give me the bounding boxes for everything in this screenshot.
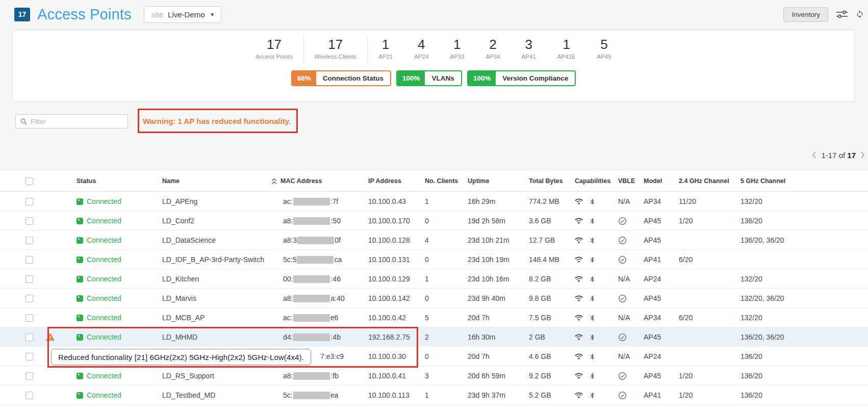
- vble-cell: N/A: [618, 347, 641, 366]
- uptime: 16h 30m: [468, 327, 525, 347]
- status-cell: Connected: [76, 211, 121, 230]
- column-header-ip[interactable]: IP Address: [368, 170, 422, 192]
- row-checkbox[interactable]: [25, 256, 33, 264]
- vble-na: N/A: [618, 314, 630, 322]
- model: AP41: [644, 250, 675, 269]
- mac-prefix: 5c:: [283, 391, 293, 399]
- page-prev-icon[interactable]: [812, 151, 816, 159]
- refresh-icon[interactable]: [856, 10, 864, 18]
- uptime: 23d 10h 19m: [468, 250, 525, 269]
- column-header-clients[interactable]: No. Clients: [425, 170, 463, 192]
- ap-status-icon: [76, 315, 83, 321]
- mac-suffix: :4b: [330, 333, 340, 341]
- stat-item: 5 AP45: [586, 36, 622, 63]
- model: AP41: [644, 385, 675, 405]
- capabilities-cell: [575, 327, 611, 347]
- vble-cell: [618, 250, 641, 269]
- stat-label: AP24: [414, 54, 428, 60]
- column-header-vble[interactable]: VBLE: [618, 170, 641, 192]
- row-checkbox[interactable]: [25, 314, 33, 322]
- table-row[interactable]: Connected LD_MHMD d4::4b 192.168.2.75 2 …: [0, 327, 868, 347]
- ap-name: LD_Conf2: [162, 211, 277, 230]
- status-cell: Connected: [76, 385, 121, 405]
- row-checkbox[interactable]: [25, 353, 33, 360]
- column-header-status[interactable]: Status: [76, 170, 96, 192]
- pagination: 1-17 of 17: [812, 149, 865, 161]
- mac-prefix: 5c:5: [283, 255, 296, 264]
- column-header-ch24[interactable]: 2.4 GHz Channel: [679, 170, 734, 192]
- row-checkbox[interactable]: [25, 333, 33, 341]
- ap-name: LD_Testbed_MD: [162, 385, 277, 405]
- mac-prefix: ac:: [283, 314, 293, 322]
- stat-value: 5: [597, 37, 611, 53]
- site-selector[interactable]: site Live-Demo ▾: [144, 6, 221, 23]
- column-header-uptime[interactable]: Uptime: [468, 170, 525, 192]
- uptime: 20d 7h: [468, 308, 525, 327]
- row-checkbox[interactable]: [25, 217, 33, 225]
- page-range: 1-17 of 17: [821, 151, 856, 160]
- table-row[interactable]: Connected LD_DataScience a8:30f 10.100.0…: [0, 230, 868, 250]
- status-label: Connected: [87, 372, 121, 380]
- compliance-badge[interactable]: 100% Version Compliance: [467, 70, 576, 86]
- table-row[interactable]: Connected LD_APEng ac::7f 10.100.0.43 1 …: [0, 192, 868, 211]
- row-checkbox[interactable]: [25, 237, 33, 244]
- inventory-button[interactable]: Inventory: [783, 7, 828, 22]
- channel-24ghz: 1/20: [679, 366, 734, 385]
- wifi-icon: [575, 218, 583, 224]
- warning-text: Warning: 1 AP has reduced functionality.: [143, 117, 291, 125]
- model: AP34: [644, 192, 675, 211]
- table-row[interactable]: Connected LD_Conf2 a8::50 10.100.0.170 0…: [0, 211, 868, 230]
- stat-label: AP45: [597, 54, 611, 60]
- column-settings-icon[interactable]: [836, 10, 848, 19]
- channel-5ghz: 132/20: [741, 269, 822, 289]
- channel-24ghz: [679, 347, 734, 366]
- column-header-name[interactable]: Name: [162, 170, 277, 192]
- column-header-bytes[interactable]: Total Bytes: [529, 170, 571, 192]
- ap-status-icon: [76, 392, 83, 399]
- row-checkbox[interactable]: [25, 295, 33, 302]
- total-bytes: 8.2 GB: [529, 269, 571, 289]
- mac-suffix: 0f: [335, 236, 341, 244]
- filter-input[interactable]: [31, 118, 123, 125]
- vble-na: N/A: [618, 275, 630, 283]
- bluetooth-icon: [589, 333, 596, 341]
- table-row[interactable]: Connected LD_Marvis a8:a:40 10.100.0.142…: [0, 289, 868, 308]
- select-all-checkbox[interactable]: [25, 177, 33, 185]
- row-checkbox[interactable]: [25, 275, 33, 283]
- table-row[interactable]: Connected LD_RS_Support a8::fb 10.100.0.…: [0, 366, 868, 385]
- compliance-badge[interactable]: 100% VLANs: [396, 70, 462, 86]
- clients-count: 4: [425, 230, 463, 250]
- column-header-caps[interactable]: Capabilities: [575, 170, 611, 192]
- column-header-ch5[interactable]: 5 GHz Channel: [741, 170, 822, 192]
- table-row[interactable]: Connected LD_MCB_AP ac:e6 10.100.0.42 5 …: [0, 308, 868, 327]
- compliance-badge[interactable]: 88% Connection Status: [291, 70, 391, 86]
- mac-address: ac:e6: [283, 308, 365, 327]
- column-header-model[interactable]: Model: [644, 170, 675, 192]
- row-checkbox[interactable]: [25, 392, 33, 399]
- column-header-mac[interactable]: MAC Address: [271, 170, 322, 192]
- total-bytes: 9.2 GB: [529, 366, 571, 385]
- ap-name: LD_MHMD: [162, 327, 277, 347]
- channel-5ghz: 136/20, 36/20: [741, 230, 822, 250]
- status-label: Connected: [87, 197, 121, 205]
- table-row[interactable]: Connected LD_IDF_B_AP-3rd-Party-Switch 5…: [0, 250, 868, 269]
- mac-suffix: :7f: [330, 197, 339, 205]
- vble-check-icon: [618, 294, 627, 303]
- search-icon: [20, 118, 27, 125]
- page-next-icon[interactable]: [860, 151, 865, 159]
- table-row[interactable]: Connected LD_Kitchen 00::46 10.100.0.129…: [0, 269, 868, 289]
- mac-prefix: a8:: [283, 294, 293, 302]
- row-checkbox[interactable]: [25, 372, 33, 380]
- clients-count: 5: [425, 308, 463, 327]
- status-cell: Connected: [76, 327, 121, 347]
- model: AP45: [644, 327, 675, 347]
- mac-address: d4::4b: [283, 327, 365, 347]
- vble-cell: [618, 211, 641, 230]
- ap-status-icon: [76, 334, 83, 341]
- uptime: 19d 2h 58m: [468, 211, 525, 230]
- stat-label: AP41E: [557, 54, 576, 60]
- clients-count: 1: [425, 269, 463, 289]
- row-checkbox[interactable]: [25, 198, 33, 205]
- table-row[interactable]: Connected LD_Testbed_MD 5c:ea 10.100.0.1…: [0, 385, 868, 405]
- bluetooth-icon: [589, 217, 596, 225]
